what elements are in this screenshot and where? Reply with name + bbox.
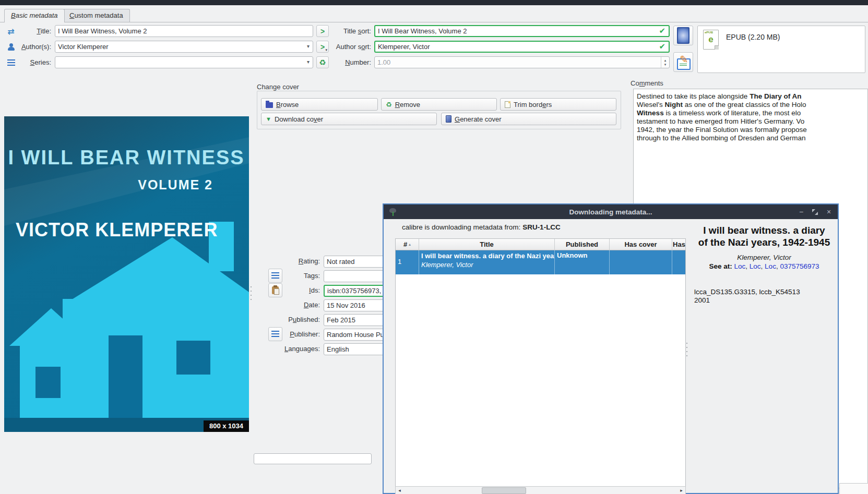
- down-arrow-icon: ▼: [266, 116, 271, 122]
- generated-cover-icon: [446, 115, 451, 123]
- trim-borders-button[interactable]: Trim borders: [500, 98, 616, 111]
- column-header-title[interactable]: Title: [419, 239, 555, 250]
- recycle-icon: ♻: [319, 58, 326, 67]
- tags-label: Tags:: [283, 271, 320, 281]
- cell-published: Unknown: [555, 250, 610, 274]
- see-at-link[interactable]: Loc: [734, 262, 746, 270]
- authors-label: Author(s):: [15, 42, 51, 52]
- cover-volume-text: VOLUME 2: [138, 177, 213, 192]
- background-fragment: [839, 483, 868, 494]
- arrow-right-icon: >: [320, 43, 325, 51]
- published-label: Published:: [268, 315, 320, 325]
- cell-has-summary: [672, 250, 686, 274]
- numbered-list-icon: [271, 272, 279, 279]
- edit-publisher-button[interactable]: [268, 327, 282, 341]
- dialog-splitter-handle[interactable]: [686, 343, 687, 356]
- download-cover-button[interactable]: ▼Download cover: [261, 113, 437, 125]
- see-at-link[interactable]: 0375756973: [780, 262, 819, 270]
- rating-label: Rating:: [268, 256, 320, 267]
- result-title: I will bear witness. a diary of the Nazi…: [421, 251, 552, 260]
- author-sort-input[interactable]: [374, 41, 670, 53]
- authors-input[interactable]: [55, 41, 313, 53]
- paste-identifiers-button[interactable]: [268, 283, 282, 297]
- languages-label: Languages:: [268, 344, 320, 354]
- status-source: SRU-1-LCC: [522, 223, 561, 231]
- details-ids: lcca_DS135.G3315, lccb_K54513 2001: [690, 288, 838, 305]
- ids-label: Ids:: [283, 285, 320, 296]
- details-author: Klemperer, Victor: [690, 254, 838, 261]
- column-header-has[interactable]: Has: [672, 239, 686, 250]
- table-header-row[interactable]: #▴TitlePublishedHas coverHas: [396, 239, 685, 250]
- title-input[interactable]: [55, 25, 313, 37]
- spin-down-icon[interactable]: ▾: [664, 63, 667, 67]
- results-table[interactable]: #▴TitlePublishedHas coverHas 1 I will be…: [395, 238, 686, 489]
- valid-check-icon: ✔: [659, 42, 665, 51]
- arrow-right-icon: >: [320, 27, 325, 35]
- window-title-bar-edge: [0, 0, 868, 5]
- minimize-button[interactable]: −: [798, 208, 805, 215]
- auto-author-sort-button[interactable]: >▾: [316, 41, 329, 53]
- spin-up-icon[interactable]: ▴: [664, 58, 667, 63]
- series-number-input[interactable]: [374, 56, 670, 68]
- title-sort-input[interactable]: [374, 25, 670, 37]
- column-header-has-cover[interactable]: Has cover: [610, 239, 672, 250]
- dialog-title-bar[interactable]: Downloading metadata... − ×: [384, 204, 838, 219]
- publisher-label: Publisher:: [283, 329, 320, 340]
- change-cover-title: Change cover: [257, 83, 299, 91]
- spinner-arrows[interactable]: ▴▾: [661, 57, 669, 68]
- series-label: Series:: [15, 57, 51, 68]
- scroll-right-icon[interactable]: ▸: [677, 487, 685, 494]
- clipboard-icon: [272, 286, 279, 294]
- cell-title: I will bear witness. a diary of the Nazi…: [419, 250, 555, 274]
- details-see-at: See at: Loc, Loc, Loc, 0375756973: [690, 262, 838, 270]
- scroll-left-icon[interactable]: ◂: [396, 487, 403, 494]
- person-icon: [7, 43, 15, 51]
- restore-button[interactable]: [812, 209, 818, 215]
- edit-tags-button[interactable]: [268, 269, 282, 283]
- table-row[interactable]: 1 I will bear witness. a diary of the Na…: [396, 250, 685, 274]
- numbered-list-icon: [7, 59, 15, 66]
- trim-page-icon: [505, 101, 510, 108]
- title-label: Title:: [15, 26, 51, 37]
- clear-series-button[interactable]: ♻: [316, 56, 329, 68]
- valid-check-icon: ✔: [659, 26, 665, 35]
- cover-preview-button[interactable]: [673, 26, 693, 45]
- tab-basic-metadata[interactable]: Basic metadata: [4, 9, 65, 22]
- status-text: calibre is downloading metadata from: SR…: [402, 223, 561, 231]
- bottom-text-field[interactable]: [254, 453, 372, 464]
- generate-cover-button[interactable]: Generate cover: [441, 113, 616, 125]
- downloading-metadata-dialog: Downloading metadata... − × calibre is d…: [383, 203, 839, 494]
- scrollbar-thumb[interactable]: [482, 487, 526, 494]
- details-title: I will bear witness. a diary of the Nazi…: [690, 224, 838, 248]
- sort-ascending-icon: ▴: [409, 242, 411, 247]
- author-sort-label: Author sort:: [329, 42, 371, 52]
- formats-list[interactable]: ePUB e EPUB (2.20 MB): [697, 26, 865, 73]
- auto-title-sort-button[interactable]: >: [316, 25, 329, 37]
- comments-title: Comments: [631, 79, 663, 87]
- horizontal-scrollbar[interactable]: ◂ ▸: [395, 486, 686, 494]
- cover-size-badge: 800 x 1034: [204, 420, 249, 432]
- browse-cover-button[interactable]: Browse: [261, 98, 378, 111]
- edit-metadata-note-button[interactable]: [673, 52, 693, 72]
- close-button[interactable]: ×: [825, 208, 833, 215]
- tab-custom-metadata[interactable]: Custom metadata: [63, 9, 130, 22]
- epub-format-label: EPUB (2.20 MB): [726, 33, 780, 41]
- cell-has-cover: [610, 250, 672, 274]
- edit-pencil-icon: [676, 55, 690, 69]
- tab-divider: [0, 22, 868, 22]
- cell-index: 1: [396, 250, 419, 274]
- see-at-link[interactable]: Loc: [750, 262, 761, 270]
- column-header-published[interactable]: Published: [555, 239, 610, 250]
- book-cover-icon: [677, 27, 689, 44]
- column-header--[interactable]: #▴: [396, 239, 419, 250]
- remove-cover-button[interactable]: ♻Remove: [381, 98, 497, 111]
- epub-file-icon: ePUB e: [703, 30, 719, 50]
- text-lines-icon: [680, 64, 687, 66]
- series-input[interactable]: [55, 56, 313, 68]
- folder-icon: [266, 102, 273, 108]
- see-at-link[interactable]: Loc: [765, 262, 776, 270]
- calibre-edit-metadata-window: Basic metadata Custom metadata ⇄ Title: …: [0, 0, 868, 494]
- splitter-handle[interactable]: [251, 286, 252, 300]
- book-cover-image[interactable]: I WILL BEAR WITNESS VOLUME 2 VICTOR KLEM…: [4, 116, 249, 432]
- date-label: Date:: [268, 300, 320, 310]
